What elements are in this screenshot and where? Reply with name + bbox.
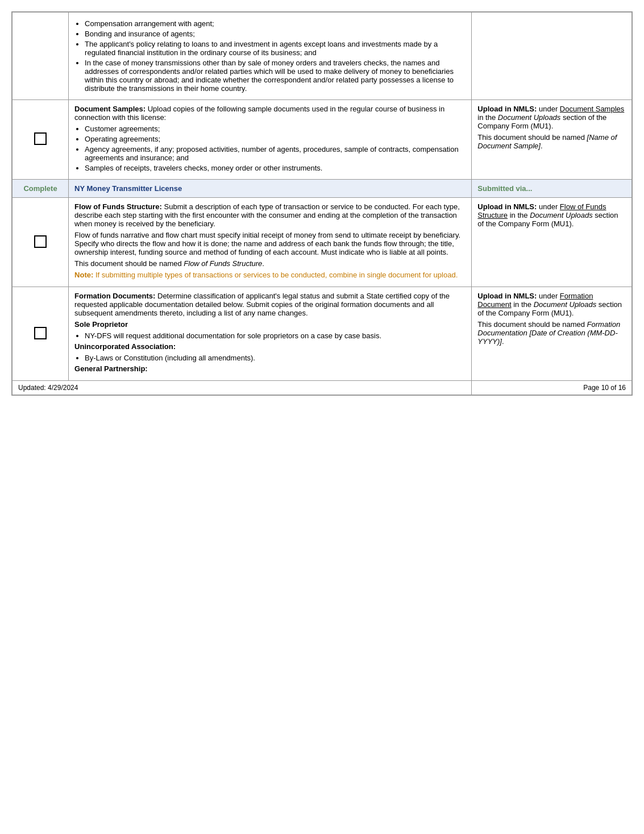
checkbox-cell-flow-of-funds[interactable] [13,198,69,287]
unincorporated-list: By-Laws or Constitution (including all a… [85,354,466,362]
doc-samples-instruction-text: Upload in NMLS: under Document Samples i… [477,105,626,130]
formation-doc-italic: Document Uploads [534,300,597,309]
submitted-via-cell: Submitted via... [472,180,632,198]
flow-of-funds-italic: Document Uploads [530,211,593,219]
document-samples-row: Document Samples: Upload copies of the f… [13,100,632,180]
flow-of-funds-name-italic: Flow of Funds Structure [184,259,262,268]
footer-page-number: Page 10 of 16 [472,381,632,395]
flow-of-funds-note: Note: If submitting multiple types of tr… [74,271,466,279]
upload-nmls-label-3: Upload in NMLS: [477,292,537,300]
formation-doc-name-italic: Formation Documentation [Date of Creatio… [477,320,620,346]
submitted-via-label: Submitted via... [477,184,532,193]
doc-samples-link: Document Samples [560,105,624,113]
compensation-row: Compensation arrangement with agent; Bon… [13,13,632,100]
flow-of-funds-instruction: Upload in NMLS: under Flow of Funds Stru… [472,198,632,287]
doc-samples-list: Customer agreements; Operating agreement… [85,125,466,172]
flow-of-funds-row: Flow of Funds Structure: Submit a descri… [13,198,632,287]
list-item: By-Laws or Constitution (including all a… [85,354,466,362]
flow-of-funds-bold-label: Flow of Funds Structure: [74,202,162,211]
formation-docs-instruction-text: Upload in NMLS: under Formation Document… [477,292,626,317]
status-cell-empty-1 [13,13,69,100]
note-text: If submitting multiple types of transact… [93,271,458,279]
list-item: The applicant's policy relating to loans… [85,40,466,57]
doc-samples-bold-label: Document Samples: [74,105,146,113]
formation-docs-bold-label: Formation Documents: [74,292,155,300]
flow-of-funds-p1: Flow of Funds Structure: Submit a descri… [74,202,466,228]
list-item: Operating agreements; [85,135,466,143]
compensation-content: Compensation arrangement with agent; Bon… [69,13,472,100]
checkbox-icon[interactable] [34,327,47,339]
doc-samples-instruction: Upload in NMLS: under Document Samples i… [472,100,632,180]
instruction-cell-empty-1 [472,13,632,100]
note-label: Note: [74,271,93,279]
complete-status-cell: Complete [13,180,69,198]
doc-samples-note: This document should be named [Name of D… [477,133,626,150]
checkbox-cell-doc-samples[interactable] [13,100,69,180]
flow-of-funds-content: Flow of Funds Structure: Submit a descri… [69,198,472,287]
complete-label: Complete [23,184,57,193]
checkbox-icon[interactable] [34,235,47,248]
formation-documents-content: Formation Documents: Determine classific… [69,287,472,381]
footer-row: Updated: 4/29/2024 Page 10 of 16 [13,381,632,395]
list-item: In the case of money transmissions other… [85,59,466,93]
list-item: Samples of receipts, travelers checks, m… [85,164,466,172]
unincorporated-heading: Unincorporated Association: [74,342,466,351]
list-item: Bonding and insurance of agents; [85,30,466,38]
formation-documents-row: Formation Documents: Determine classific… [13,287,632,381]
sole-proprietor-heading: Sole Proprietor [74,320,466,329]
ny-license-label: NY Money Transmitter License [74,184,182,193]
flow-of-funds-instruction-text: Upload in NMLS: under Flow of Funds Stru… [477,202,626,228]
formation-docs-instruction: Upload in NMLS: under Formation Document… [472,287,632,381]
upload-nmls-label: Upload in NMLS: [477,105,537,113]
footer-updated: Updated: 4/29/2024 [13,381,472,395]
sole-proprietor-list: NY-DFS will request additional documenta… [85,331,466,340]
ny-license-header-row: Complete NY Money Transmitter License Su… [13,180,632,198]
flow-of-funds-p3: This document should be named Flow of Fu… [74,259,466,268]
list-item: Customer agreements; [85,125,466,133]
flow-of-funds-p2: Flow of funds narrative and flow chart m… [74,231,466,256]
doc-sample-name-italic: [Name of Document Sample] [477,133,617,150]
page-container: Compensation arrangement with agent; Bon… [11,11,633,396]
general-partnership-heading: General Partnership: [74,364,466,373]
formation-doc-note: This document should be named Formation … [477,320,626,346]
upload-nmls-label-2: Upload in NMLS: [477,202,537,211]
formation-docs-p1: Formation Documents: Determine classific… [74,292,466,317]
compensation-list: Compensation arrangement with agent; Bon… [85,19,466,93]
document-samples-content: Document Samples: Upload copies of the f… [69,100,472,180]
list-item: Agency agreements, if any; proposed acti… [85,145,466,162]
checkbox-cell-formation[interactable] [13,287,69,381]
doc-samples-italic: Document Uploads [498,113,561,122]
ny-license-name-cell: NY Money Transmitter License [69,180,472,198]
list-item: Compensation arrangement with agent; [85,19,466,28]
checkbox-icon[interactable] [34,132,47,145]
document-samples-heading: Document Samples: Upload copies of the f… [74,105,466,122]
list-item: NY-DFS will request additional documenta… [85,331,466,340]
